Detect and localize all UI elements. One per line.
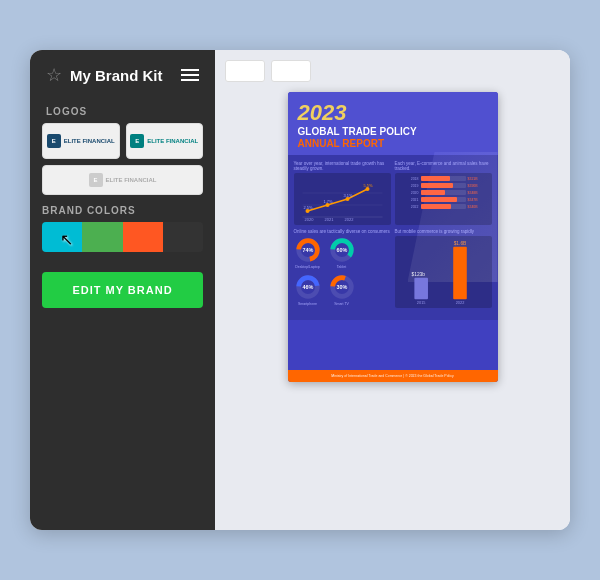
bar-row-2018: 2018 $321B <box>399 176 488 181</box>
doc-row-bottom: Online sales are tactically diverse on c… <box>294 229 492 310</box>
toolbar-btn-1[interactable] <box>225 60 265 82</box>
bar-fill-2020 <box>421 190 446 195</box>
bar-track-2021 <box>421 197 466 202</box>
sidebar-header: ☆ My Brand Kit <box>30 50 215 96</box>
donut-svg-smarttv: 30% <box>328 273 356 301</box>
doc-sub-label-3: Online sales are tactically diverse on c… <box>294 229 391 234</box>
bar-track-2020 <box>421 190 466 195</box>
svg-text:2.5%: 2.5% <box>303 205 313 210</box>
line-chart-svg: 2020 2021 2022 2.5% 1.7% 3.1% 5.5% <box>298 177 387 221</box>
color-swatches[interactable]: ↖ <box>42 222 203 252</box>
doc-year: 2023 <box>298 102 488 124</box>
svg-text:2020: 2020 <box>304 217 314 221</box>
bar-fill-2021 <box>421 197 457 202</box>
bar-track-2019 <box>421 183 466 188</box>
doc-sub-label-1: Year over year, international trade grow… <box>294 161 391 171</box>
logo-icon-gray: E <box>89 173 103 187</box>
bar-label-2022: 2022 <box>399 205 419 209</box>
svg-text:3.1%: 3.1% <box>343 193 353 198</box>
brand-colors-label: BRAND COLORS <box>42 205 203 222</box>
bar-fill-2019 <box>421 183 453 188</box>
bar-row-2021: 2021 $347B <box>399 197 488 202</box>
logo-text-gray: ELITE FINANCIAL <box>106 177 157 183</box>
bar-label-2021: 2021 <box>399 198 419 202</box>
bar-label-2019: 2019 <box>399 184 419 188</box>
svg-text:$1.6B: $1.6B <box>453 241 466 246</box>
hamburger-menu[interactable] <box>181 69 199 81</box>
doc-col-line: Year over year, international trade grow… <box>294 161 391 225</box>
donut-smarttv: 30% Smart TV <box>328 273 356 306</box>
svg-rect-27 <box>453 247 467 299</box>
bar-fill-2022 <box>421 204 452 209</box>
edit-brand-button[interactable]: EDIT MY BRAND <box>42 272 203 308</box>
svg-text:1.7%: 1.7% <box>323 199 333 204</box>
sidebar: ☆ My Brand Kit LOGOS E ELITE FINANCIAL E… <box>30 50 215 530</box>
logos-grid: E ELITE FINANCIAL E ELITE FINANCIAL <box>30 123 215 159</box>
toolbar-btn-2[interactable] <box>271 60 311 82</box>
logos-label: LOGOS <box>30 96 215 123</box>
bar-val-2018: $321B <box>468 177 488 181</box>
doc-title-line2: ANNUAL REPORT <box>298 138 488 149</box>
svg-text:60%: 60% <box>336 247 347 253</box>
bar-row-2022: 2022 $340B <box>399 204 488 209</box>
bar-fill-2018 <box>421 176 450 181</box>
main-container: ☆ My Brand Kit LOGOS E ELITE FINANCIAL E… <box>30 50 570 530</box>
doc-col-donuts: Online sales are tactically diverse on c… <box>294 229 391 310</box>
bar-label-2020: 2020 <box>399 191 419 195</box>
swatch-green[interactable] <box>82 222 122 252</box>
donut-label-desktop: Desktop/Laptop <box>295 265 320 269</box>
doc-header: 2023 GLOBAL TRADE POLICY ANNUAL REPORT <box>288 92 498 155</box>
document-preview: 2023 GLOBAL TRADE POLICY ANNUAL REPORT Y… <box>288 92 498 382</box>
doc-col-bigchart: But mobile commerce is growing rapidly $… <box>395 229 492 310</box>
svg-text:$123b: $123b <box>411 272 425 277</box>
mini-line-chart: 2020 2021 2022 2.5% 1.7% 3.1% 5.5% <box>294 173 391 225</box>
donut-label-tablet: Tablet <box>337 265 346 269</box>
svg-text:2021: 2021 <box>324 217 334 221</box>
donut-svg-desktop: 74% <box>294 236 322 264</box>
bar-label-2018: 2018 <box>399 177 419 181</box>
donut-smartphone: 46% Smartphone <box>294 273 322 306</box>
brand-colors-section: BRAND COLORS ↖ <box>30 195 215 258</box>
star-icon: ☆ <box>46 64 62 86</box>
logo-icon-dark: E <box>47 134 61 148</box>
swatch-dark[interactable] <box>163 222 203 252</box>
donut-label-smartphone: Smartphone <box>298 302 317 306</box>
sidebar-brand: ☆ My Brand Kit <box>46 64 163 86</box>
logo-text-teal: ELITE FINANCIAL <box>147 138 198 144</box>
donut-row-1: 74% Desktop/Laptop 60% <box>294 236 391 269</box>
logo-icon-teal: E <box>130 134 144 148</box>
big-bar-svg: $123b $1.6B 2015 2022 <box>398 239 489 305</box>
logo-teal[interactable]: E ELITE FINANCIAL <box>126 123 204 159</box>
svg-text:2015: 2015 <box>416 300 425 305</box>
svg-rect-26 <box>414 278 428 299</box>
big-bar-chart: $123b $1.6B 2015 2022 <box>395 236 492 308</box>
mini-bar-chart: 2018 $321B 2019 <box>395 173 492 225</box>
donut-label-smarttv: Smart TV <box>334 302 349 306</box>
doc-footer-text: Ministry of International Trade and Comm… <box>294 374 492 378</box>
logo-text-dark: ELITE FINANCIAL <box>64 138 115 144</box>
bar-row-2020: 2020 $348B <box>399 190 488 195</box>
document-wrapper: 2023 GLOBAL TRADE POLICY ANNUAL REPORT Y… <box>225 92 560 520</box>
bar-val-2020: $348B <box>468 191 488 195</box>
bar-val-2021: $347B <box>468 198 488 202</box>
sidebar-title: My Brand Kit <box>70 67 163 84</box>
svg-text:46%: 46% <box>302 284 313 290</box>
logo-dark[interactable]: E ELITE FINANCIAL <box>42 123 120 159</box>
svg-text:2022: 2022 <box>455 300 464 305</box>
donut-svg-smartphone: 46% <box>294 273 322 301</box>
svg-text:74%: 74% <box>302 247 313 253</box>
svg-text:5.5%: 5.5% <box>363 183 373 188</box>
bar-row-2019: 2019 $390B <box>399 183 488 188</box>
doc-title-line1: GLOBAL TRADE POLICY <box>298 126 488 138</box>
svg-text:30%: 30% <box>336 284 347 290</box>
bar-track-2022 <box>421 204 466 209</box>
right-panel: 2023 GLOBAL TRADE POLICY ANNUAL REPORT Y… <box>215 50 570 530</box>
bar-val-2022: $340B <box>468 205 488 209</box>
swatch-orange[interactable] <box>123 222 163 252</box>
logo-gray[interactable]: E ELITE FINANCIAL <box>42 165 203 195</box>
svg-text:2022: 2022 <box>344 217 354 221</box>
donut-desktop: 74% Desktop/Laptop <box>294 236 322 269</box>
donut-row-2: 46% Smartphone 30% <box>294 273 391 306</box>
donut-svg-tablet: 60% <box>328 236 356 264</box>
toolbar <box>225 60 560 82</box>
